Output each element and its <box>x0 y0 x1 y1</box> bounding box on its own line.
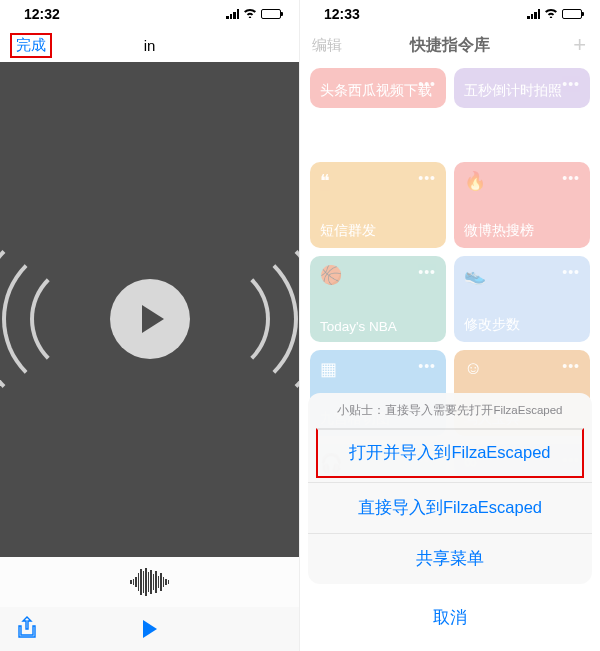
option-share-menu[interactable]: 共享菜单 <box>308 533 592 584</box>
add-button[interactable]: + <box>573 32 586 58</box>
done-button[interactable]: 完成 <box>10 33 52 58</box>
status-icons-right <box>527 7 582 21</box>
phone-left: 12:32 完成 in <box>0 0 300 651</box>
battery-icon <box>562 9 582 19</box>
wifi-icon <box>544 7 558 21</box>
media-preview <box>0 62 299 557</box>
signal-icon <box>226 9 239 19</box>
play-small-button[interactable] <box>143 620 157 638</box>
share-icon <box>18 616 36 638</box>
status-bar-right: 12:33 <box>300 0 600 28</box>
edit-button[interactable]: 编辑 <box>312 36 342 55</box>
option-open-import[interactable]: 打开并导入到FilzaEscaped <box>316 428 584 478</box>
wifi-icon <box>243 7 257 21</box>
nav-left: 完成 in <box>0 28 299 62</box>
nav-right: 编辑 快捷指令库 + <box>300 28 600 62</box>
clock-left: 12:32 <box>24 6 60 22</box>
phone-right: 12:33 编辑 快捷指令库 + •••头条西瓜视频下载•••五秒倒计时拍照❝•… <box>300 0 600 651</box>
play-button[interactable] <box>110 279 190 359</box>
toolbar-left <box>0 607 299 651</box>
option-direct-import[interactable]: 直接导入到FilzaEscaped <box>308 482 592 533</box>
action-sheet-tip: 小贴士：直接导入需要先打开FilzaEscaped <box>308 393 592 424</box>
clock-right: 12:33 <box>324 6 360 22</box>
action-sheet-group: 小贴士：直接导入需要先打开FilzaEscaped 打开并导入到FilzaEsc… <box>308 393 592 584</box>
waveform <box>0 557 299 607</box>
nav-title-right: 快捷指令库 <box>410 35 490 56</box>
waveform-graphic <box>115 567 185 597</box>
nav-title-left: in <box>144 37 156 54</box>
status-icons-left <box>226 7 281 21</box>
signal-icon <box>527 9 540 19</box>
cancel-button[interactable]: 取消 <box>308 592 592 643</box>
battery-icon <box>261 9 281 19</box>
play-icon <box>142 305 164 333</box>
action-sheet: 小贴士：直接导入需要先打开FilzaEscaped 打开并导入到FilzaEsc… <box>300 393 600 651</box>
share-button[interactable] <box>18 616 36 642</box>
status-bar-left: 12:32 <box>0 0 299 28</box>
